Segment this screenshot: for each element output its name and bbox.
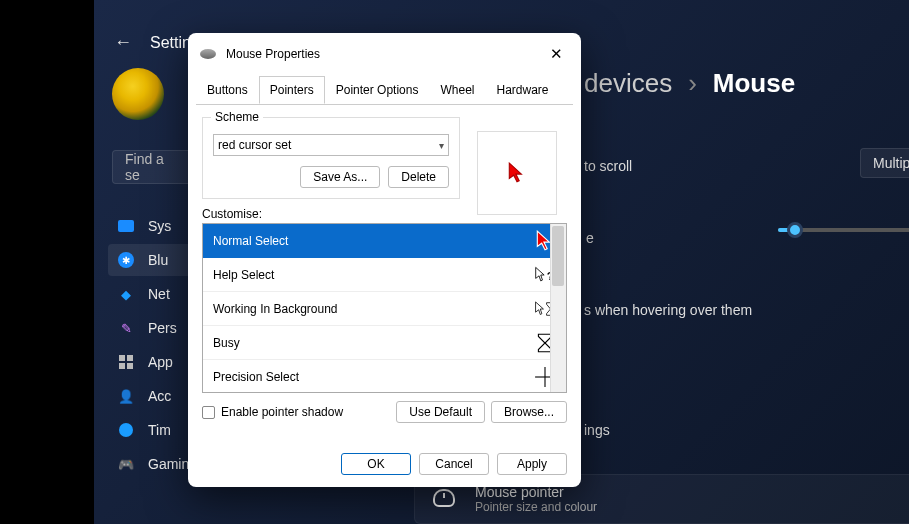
pointer-shadow-label: Enable pointer shadow [221, 405, 343, 419]
use-default-button[interactable]: Use Default [396, 401, 485, 423]
list-item-help-select[interactable]: Help Select ? [203, 258, 566, 292]
cursor-list[interactable]: Normal Select Help Select ? Working In B… [202, 223, 567, 393]
mouse-icon [433, 489, 455, 507]
scroll-dropdown[interactable]: Multip [860, 148, 909, 178]
scheme-dropdown[interactable]: red cursor set ▾ [213, 134, 449, 156]
save-as-button[interactable]: Save As... [300, 166, 380, 188]
mouse-device-icon [200, 49, 216, 59]
user-avatar[interactable] [112, 68, 164, 120]
slider-thumb[interactable] [787, 222, 803, 238]
ings-label: ings [584, 422, 610, 438]
scheme-group: Scheme red cursor set ▾ Save As... Delet… [202, 117, 460, 199]
display-icon [118, 220, 134, 232]
bluetooth-icon: ✱ [118, 252, 134, 268]
apply-button[interactable]: Apply [497, 453, 567, 475]
scheme-label: Scheme [211, 110, 263, 124]
tab-wheel[interactable]: Wheel [429, 76, 485, 104]
gamepad-icon: 🎮 [118, 456, 134, 472]
mouse-properties-dialog: Mouse Properties ✕ Buttons Pointers Poin… [188, 33, 581, 487]
scrollbar-thumb[interactable] [552, 226, 564, 286]
breadcrumb: devices › Mouse [584, 68, 795, 99]
close-button[interactable]: ✕ [544, 43, 569, 65]
scroll-label: to scroll [584, 158, 632, 174]
person-icon: 👤 [118, 388, 134, 404]
tab-pointer-options[interactable]: Pointer Options [325, 76, 430, 104]
speed-label: e [586, 230, 594, 246]
back-arrow-icon[interactable]: ← [114, 32, 132, 53]
scrollbar[interactable] [550, 224, 566, 392]
breadcrumb-mouse: Mouse [713, 68, 795, 99]
arrow-cursor-icon [506, 162, 528, 184]
ok-button[interactable]: OK [341, 453, 411, 475]
list-item-working-background[interactable]: Working In Background [203, 292, 566, 326]
hover-label: s when hovering over them [584, 302, 752, 318]
pointer-shadow-checkbox[interactable] [202, 406, 215, 419]
cancel-button[interactable]: Cancel [419, 453, 489, 475]
delete-button[interactable]: Delete [388, 166, 449, 188]
tab-pointers[interactable]: Pointers [259, 76, 325, 104]
cursor-preview [477, 131, 557, 215]
list-item-precision-select[interactable]: Precision Select [203, 360, 566, 393]
brush-icon: ✎ [118, 320, 134, 336]
list-item-busy[interactable]: Busy [203, 326, 566, 360]
tab-buttons[interactable]: Buttons [196, 76, 259, 104]
chevron-down-icon: ▾ [439, 140, 444, 151]
clock-icon [119, 423, 133, 437]
tab-hardware[interactable]: Hardware [485, 76, 559, 104]
dialog-title: Mouse Properties [226, 47, 320, 61]
speed-slider[interactable] [778, 228, 909, 232]
list-item-normal-select[interactable]: Normal Select [203, 224, 566, 258]
search-input[interactable]: Find a se [112, 150, 192, 184]
breadcrumb-devices[interactable]: devices [584, 68, 672, 99]
chevron-right-icon: › [688, 68, 697, 99]
wifi-icon: ◆ [118, 286, 134, 302]
browse-button[interactable]: Browse... [491, 401, 567, 423]
card-subtitle: Pointer size and colour [475, 500, 909, 514]
dialog-tabs: Buttons Pointers Pointer Options Wheel H… [188, 75, 581, 104]
apps-icon [119, 355, 133, 369]
